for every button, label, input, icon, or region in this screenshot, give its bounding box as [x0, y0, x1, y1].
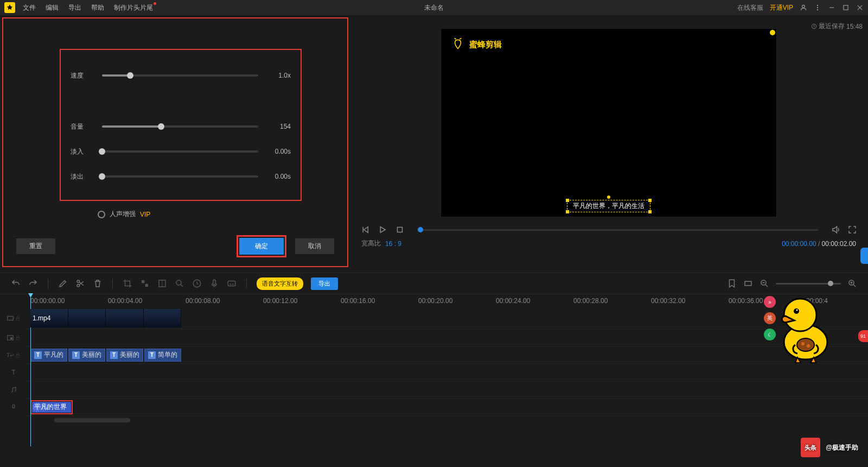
text2-track-head[interactable]: T: [0, 364, 27, 381]
lock-icon[interactable]: [15, 352, 21, 358]
main-row: 速度 1.0x 音量 154 淡入 0.00s: [0, 17, 868, 267]
music-icon: [10, 386, 17, 394]
text-clip[interactable]: T简单的: [144, 349, 181, 362]
titlebar: 文件 编辑 导出 帮助 制作片头片尾 未命名 在线客服 开通VIP: [0, 0, 868, 15]
close-icon[interactable]: [856, 4, 864, 11]
menu-bar: 文件 编辑 导出 帮助 制作片头片尾: [23, 3, 153, 12]
voice-track-head[interactable]: [0, 399, 27, 416]
stop-icon[interactable]: [395, 225, 405, 235]
duck-mascot-icon[interactable]: [770, 293, 835, 364]
watermark-logo-icon: 头条: [801, 438, 820, 457]
maximize-icon[interactable]: [842, 4, 850, 11]
open-vip-link[interactable]: 开通VIP: [770, 3, 793, 12]
pip-track-head[interactable]: [0, 329, 27, 346]
voice-text-button[interactable]: 语音文字互转: [257, 277, 303, 290]
lock-icon[interactable]: [15, 315, 21, 321]
svg-point-44: [797, 338, 814, 351]
timeline-h-scrollbar[interactable]: [54, 418, 130, 422]
preview-video[interactable]: 蜜蜂剪辑 平凡的世界，平凡的生活: [441, 28, 777, 217]
fadeout-label: 淡出: [71, 172, 94, 181]
playback-slider[interactable]: [418, 229, 818, 231]
text-clip[interactable]: T美丽的: [68, 349, 105, 362]
text2-track[interactable]: [27, 364, 868, 381]
voice-enhance-radio[interactable]: [98, 211, 105, 218]
volume-icon[interactable]: [831, 225, 841, 235]
preview-panel: 蜜蜂剪辑 平凡的世界，平凡的生活 宽高比 16 : 9 00:00:00.00 …: [355, 17, 863, 267]
prev-frame-icon[interactable]: [360, 225, 370, 235]
lock-icon[interactable]: [15, 335, 21, 340]
side-badge-91[interactable]: 91: [858, 330, 868, 342]
voice-enhance-row: 人声增强 VIP: [98, 210, 334, 219]
time-ruler[interactable]: 00:00:00.00 00:00:04.00 00:00:08.00 00:0…: [27, 294, 868, 307]
undo-icon[interactable]: [11, 279, 21, 288]
audio-clip[interactable]: 平凡的世界: [32, 402, 71, 413]
speed-slider[interactable]: [102, 74, 258, 77]
delete-icon[interactable]: [93, 279, 103, 288]
menu-intro-outro[interactable]: 制作片头片尾: [114, 3, 153, 12]
voice-enhance-label: 人声增强: [110, 210, 136, 219]
document-title: 未命名: [424, 3, 444, 12]
duration-icon[interactable]: [192, 279, 202, 288]
text-clip[interactable]: T美丽的: [106, 349, 143, 362]
volume-slider[interactable]: [102, 125, 258, 128]
side-blue-tab[interactable]: [860, 248, 868, 264]
menu-help[interactable]: 帮助: [91, 3, 104, 12]
video-track-head[interactable]: [0, 307, 27, 329]
cancel-button[interactable]: 取消: [295, 238, 334, 254]
video-clip[interactable]: 1.mp4: [30, 309, 181, 327]
video-clip-label: 1.mp4: [33, 314, 50, 322]
play-icon[interactable]: [378, 225, 387, 235]
music-track-head[interactable]: [0, 381, 27, 399]
music-track[interactable]: [27, 381, 868, 399]
freeze-icon[interactable]: [157, 279, 167, 288]
text-clip-label: 平凡的: [44, 350, 63, 359]
ok-button[interactable]: 确定: [239, 238, 284, 255]
cut-icon[interactable]: [75, 279, 85, 288]
menu-file[interactable]: 文件: [23, 3, 36, 12]
more-icon[interactable]: [814, 4, 821, 11]
speed-label: 速度: [71, 71, 94, 80]
track-heads: T↵ T: [0, 307, 27, 416]
marker-icon[interactable]: [727, 279, 737, 288]
fadeout-slider[interactable]: [102, 175, 258, 178]
menu-export[interactable]: 导出: [68, 3, 81, 12]
export-button[interactable]: 导出: [311, 277, 338, 290]
text-track[interactable]: T平凡的 T美丽的 T美丽的 T简单的: [27, 346, 868, 364]
crop-icon[interactable]: [123, 279, 132, 288]
user-icon[interactable]: [800, 4, 807, 11]
video-icon: [7, 314, 14, 322]
audio-clip-highlight: 平凡的世界: [30, 400, 73, 414]
subtitle-box[interactable]: 平凡的世界，平凡的生活: [567, 200, 650, 212]
zoom-in-icon[interactable]: [847, 279, 857, 288]
online-support-link[interactable]: 在线客服: [737, 3, 763, 12]
ruler-tick: 00:00:20.00: [418, 297, 496, 305]
pencil-icon[interactable]: [58, 279, 68, 288]
minimize-icon[interactable]: [828, 4, 835, 11]
mic-icon[interactable]: [209, 279, 219, 288]
zoom-out-icon[interactable]: [760, 279, 769, 288]
mosaic-icon[interactable]: [140, 279, 150, 288]
voice-track[interactable]: 平凡的世界: [27, 399, 868, 416]
time-total: 00:00:02.00: [822, 240, 856, 248]
speed-value: 1.0x: [266, 72, 291, 79]
subtitle-icon[interactable]: [227, 279, 237, 288]
zoom-tool-icon[interactable]: [175, 279, 184, 288]
mic-track-icon: [10, 403, 17, 411]
redo-icon[interactable]: [28, 279, 38, 288]
fadeout-value: 0.00s: [266, 173, 291, 180]
text-clip[interactable]: T平凡的: [30, 349, 67, 362]
pip-track[interactable]: [27, 329, 868, 346]
menu-edit[interactable]: 编辑: [46, 3, 59, 12]
video-track[interactable]: 1.mp4: [27, 307, 868, 329]
aspect-value[interactable]: 16 : 9: [385, 240, 401, 248]
fit-icon[interactable]: [743, 279, 753, 288]
text-track-head[interactable]: T↵: [0, 346, 27, 364]
zoom-slider[interactable]: [776, 283, 841, 285]
fullscreen-icon[interactable]: [847, 225, 857, 235]
pip-icon: [7, 334, 14, 342]
volume-slider-row: 音量 154: [71, 114, 291, 139]
reset-button[interactable]: 重置: [16, 238, 55, 254]
brand-text: 蜜蜂剪辑: [469, 40, 502, 50]
fadein-slider[interactable]: [102, 150, 258, 153]
ruler-tick: 00:00:12.00: [263, 297, 341, 305]
